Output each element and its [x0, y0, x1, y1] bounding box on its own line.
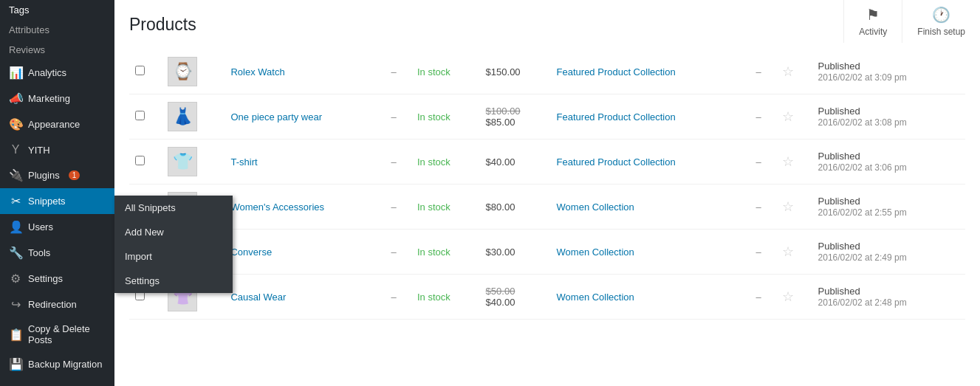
sidebar-item-users[interactable]: 👤 Users [0, 214, 114, 240]
price-sale: $85.00 [486, 117, 545, 128]
product-status: Published 2016/02/02 at 2:48 pm [818, 286, 959, 308]
status-label: Published [818, 151, 860, 162]
star-icon[interactable]: ☆ [782, 109, 794, 124]
row-checkbox[interactable] [135, 66, 145, 75]
product-name[interactable]: Converse [230, 247, 272, 258]
page-title: Products [129, 15, 965, 35]
product-extra: – [755, 156, 761, 168]
sidebar-item-backup-migration[interactable]: 💾 Backup Migration [0, 351, 114, 377]
table-row: 👚Causal Wear–In stock $50.00 $40.00 Wome… [129, 275, 965, 320]
table-row: 👜Women's Accessories–In stock$80.00Women… [129, 185, 965, 230]
table-row: 👕T-shirt–In stock$40.00Featured Product … [129, 139, 965, 185]
table-row: 👟Converse–In stock$30.00Women Collection… [129, 230, 965, 275]
table-row: ⌚Rolex Watch–In stock$150.00Featured Pro… [129, 49, 965, 94]
product-thumbnail: 👕 [168, 147, 197, 176]
sidebar-item-yith[interactable]: Y YITH [0, 137, 114, 162]
star-icon[interactable]: ☆ [782, 244, 794, 259]
status-label: Published [818, 241, 860, 252]
stock-status: In stock [417, 66, 450, 77]
product-price: $30.00 [486, 247, 515, 258]
sidebar-item-tools[interactable]: 🔧 Tools [0, 240, 114, 266]
star-icon[interactable]: ☆ [782, 289, 794, 304]
price-original: $50.00 [486, 286, 545, 297]
product-name[interactable]: Women's Accessories [230, 201, 324, 213]
product-extra: – [755, 111, 761, 123]
star-icon[interactable]: ☆ [782, 154, 794, 169]
product-name[interactable]: One piece party wear [230, 111, 322, 123]
submenu-add-new[interactable]: Add New [114, 220, 233, 244]
sidebar-item-settings[interactable]: ⚙ Settings [0, 266, 114, 292]
product-category[interactable]: Women Collection [557, 292, 634, 303]
stock-status: In stock [417, 292, 450, 303]
product-price: $150.00 [486, 66, 521, 77]
row-checkbox[interactable] [135, 111, 145, 120]
marketing-icon: 📣 [9, 92, 22, 106]
redirection-icon: ↪ [9, 297, 22, 311]
plugins-icon: 🔌 [9, 168, 22, 182]
product-status: Published 2016/02/02 at 3:08 pm [818, 106, 959, 128]
product-status: Published 2016/02/02 at 3:09 pm [818, 61, 959, 83]
sidebar-item-plugins[interactable]: 🔌 Plugins 1 [0, 162, 114, 188]
product-category[interactable]: Featured Product Collection [557, 66, 676, 77]
sidebar-item-redirection[interactable]: ↪ Redirection [0, 292, 114, 317]
backup-icon: 💾 [9, 357, 22, 371]
stock-status: In stock [417, 111, 450, 123]
products-content: ⌚Rolex Watch–In stock$150.00Featured Pro… [114, 49, 980, 320]
status-date: 2016/02/02 at 3:06 pm [818, 162, 907, 173]
sidebar: Tags Attributes Reviews 📊 Analytics 📣 Ma… [0, 0, 114, 386]
status-date: 2016/02/02 at 3:09 pm [818, 72, 907, 83]
star-icon[interactable]: ☆ [782, 199, 794, 214]
status-date: 2016/02/02 at 2:55 pm [818, 207, 907, 218]
product-category[interactable]: Featured Product Collection [557, 156, 676, 168]
status-label: Published [818, 106, 860, 117]
activity-icon: ⚑ [866, 6, 880, 24]
product-dash: – [391, 111, 397, 123]
product-thumbnail: 👗 [168, 102, 197, 131]
topbar: ⚑ Activity 🕐 Finish setup [843, 0, 980, 43]
submenu-settings[interactable]: Settings [114, 269, 233, 293]
product-category[interactable]: Featured Product Collection [557, 111, 676, 123]
sidebar-item-marketing[interactable]: 📣 Marketing [0, 86, 114, 111]
sidebar-item-tags[interactable]: Tags [0, 0, 114, 20]
sidebar-item-appearance[interactable]: 🎨 Appearance [0, 111, 114, 137]
sidebar-item-snippets[interactable]: ✂ Snippets [0, 188, 114, 214]
submenu-import[interactable]: Import [114, 244, 233, 269]
products-table: ⌚Rolex Watch–In stock$150.00Featured Pro… [129, 49, 965, 320]
plugins-badge: 1 [69, 170, 80, 180]
product-name[interactable]: Rolex Watch [230, 66, 284, 77]
table-row: 👗One piece party wear–In stock $100.00 $… [129, 94, 965, 139]
tools-icon: 🔧 [9, 246, 22, 260]
status-label: Published [818, 61, 860, 72]
product-thumbnail: ⌚ [168, 57, 197, 86]
product-dash: – [391, 66, 397, 77]
product-price: $80.00 [486, 201, 515, 213]
snippets-submenu: All Snippets Add New Import Settings [114, 196, 233, 293]
star-icon[interactable]: ☆ [782, 64, 794, 79]
product-dash: – [391, 156, 397, 168]
stock-status: In stock [417, 201, 450, 213]
sidebar-item-attributes[interactable]: Attributes [0, 20, 114, 40]
status-date: 2016/02/02 at 2:48 pm [818, 297, 907, 308]
topbar-activity[interactable]: ⚑ Activity [843, 0, 902, 43]
sidebar-item-analytics[interactable]: 📊 Analytics [0, 60, 114, 86]
product-category[interactable]: Women Collection [557, 201, 634, 213]
topbar-finish-setup[interactable]: 🕐 Finish setup [902, 0, 980, 43]
yith-icon: Y [9, 143, 22, 156]
users-icon: 👤 [9, 220, 22, 234]
product-price: $50.00 $40.00 [486, 286, 545, 308]
analytics-icon: 📊 [9, 66, 22, 80]
product-category[interactable]: Women Collection [557, 247, 634, 258]
sidebar-item-reviews[interactable]: Reviews [0, 40, 114, 60]
submenu-all-snippets[interactable]: All Snippets [114, 196, 233, 220]
product-name[interactable]: Causal Wear [230, 292, 286, 303]
product-dash: – [391, 292, 397, 303]
product-name[interactable]: T-shirt [230, 156, 257, 168]
settings-icon: ⚙ [9, 272, 22, 286]
product-dash: – [391, 201, 397, 213]
price-original: $100.00 [486, 106, 545, 117]
product-extra: – [755, 201, 761, 213]
status-date: 2016/02/02 at 3:08 pm [818, 117, 907, 128]
activity-label: Activity [859, 27, 887, 37]
row-checkbox[interactable] [135, 156, 145, 165]
sidebar-item-copy-delete[interactable]: 📋 Copy & Delete Posts [0, 317, 114, 351]
